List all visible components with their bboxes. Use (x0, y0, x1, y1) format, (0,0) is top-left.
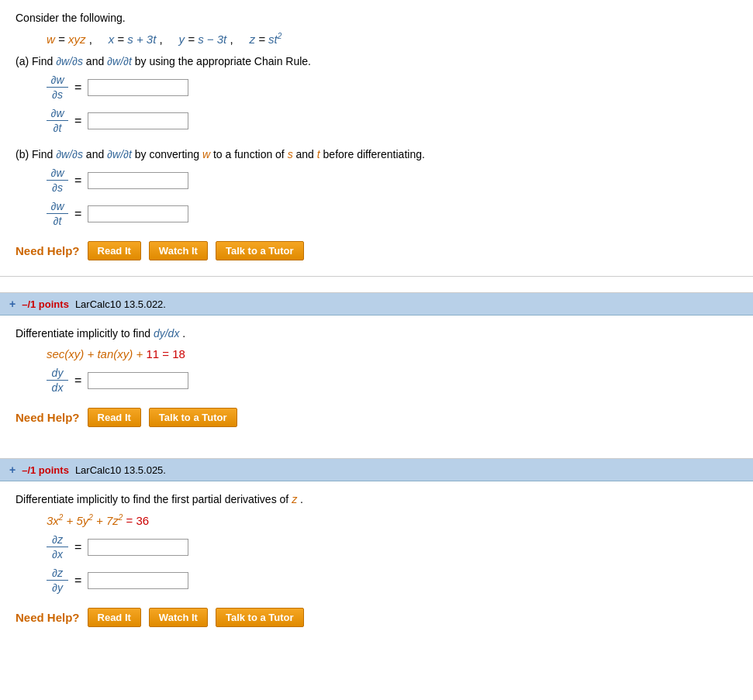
problem3-dzdy-row: ∂z ∂y = (47, 567, 737, 594)
problem3-body: Differentiate implicitly to find the fir… (0, 481, 753, 643)
problem3-header: + –/1 points LarCalc10 13.5.025. (0, 459, 753, 481)
problem3-need-help: Need Help? Read It Watch It Talk to a Tu… (16, 608, 737, 627)
frac-dwt-b-den: ∂t (47, 214, 68, 227)
eq2-sec: sec(xy) + tan(xy) + (47, 347, 146, 360)
problem1-read-btn[interactable]: Read It (88, 241, 141, 260)
eq3-36: 36 (136, 514, 150, 527)
problem3-equation: 3x2 + 5y2 + 7z2 = 36 (47, 513, 737, 527)
parta-dws-input[interactable] (88, 79, 188, 96)
frac-dws-b: ∂w ∂s (47, 167, 68, 194)
partb-dwt: ∂w/∂t (107, 148, 132, 160)
problem3-intro-pre: Differentiate implicitly to find the fir… (16, 493, 292, 505)
eq2-11: 11 (146, 347, 159, 360)
problem2-dydx-label: dy/dx (154, 327, 179, 340)
problem3-watch-btn[interactable]: Watch It (149, 608, 208, 627)
frac-dwt-b: ∂w ∂t (47, 200, 68, 227)
problem3-read-btn[interactable]: Read It (88, 608, 141, 627)
partb-w: w (202, 148, 210, 160)
eq3-x2: 2 (59, 513, 64, 522)
problem1-tutor-btn[interactable]: Talk to a Tutor (216, 241, 304, 260)
eq-y: y (179, 33, 185, 46)
parta-dws: ∂w/∂s (56, 55, 83, 67)
frac-dzdx-den: ∂x (47, 547, 68, 560)
partb-to: to a function of (213, 148, 288, 160)
partb-prefix: (b) Find (16, 148, 56, 160)
eq-xyz: xyz (68, 33, 86, 46)
problem3-intro: Differentiate implicitly to find the fir… (16, 493, 737, 505)
parta-dws-row: ∂w ∂s = (47, 74, 737, 101)
frac-dws-num: ∂w (47, 74, 68, 88)
partb-and2: and (296, 148, 317, 160)
frac-dydx-num: dy (47, 367, 68, 381)
partb-mid: by converting (135, 148, 202, 160)
problem1-section: Consider the following. w = xyz , x = s … (0, 0, 753, 276)
equals-dzdx: = (74, 540, 81, 554)
problem2-points: –/1 points (22, 298, 69, 310)
partb-s: s (288, 148, 293, 160)
frac-dzdx-num: ∂z (47, 533, 68, 547)
problem2-header: + –/1 points LarCalc10 13.5.022. (0, 293, 753, 316)
problem2-need-help-label: Need Help? (16, 411, 80, 424)
parta-prefix: (a) Find (16, 55, 56, 67)
frac-dzdx: ∂z ∂x (47, 533, 68, 560)
partb-suffix: before differentiating. (323, 148, 425, 160)
problem1-equations: w = xyz , x = s + 3t , y = s − 3t , z = … (47, 32, 737, 46)
partb-dwt-input[interactable] (88, 205, 188, 222)
problem1-parta-label: (a) Find ∂w/∂s and ∂w/∂t by using the ap… (16, 55, 737, 67)
problem3-plus-icon: + (9, 464, 16, 476)
frac-dwt: ∂w ∂t (47, 107, 68, 134)
problem2-body: Differentiate implicitly to find dy/dx .… (0, 316, 753, 443)
partb-dws-input[interactable] (88, 172, 188, 189)
problem2-plus-icon: + (9, 298, 16, 310)
eq2-equals: = (162, 347, 172, 360)
problem3-need-help-label: Need Help? (16, 611, 80, 624)
problem2-intro: Differentiate implicitly to find dy/dx . (16, 327, 737, 340)
problem3-points: –/1 points (22, 464, 69, 476)
parta-suffix: by using the appropriate Chain Rule. (135, 55, 311, 67)
eq-comma2: , (160, 33, 176, 46)
eq2-18: 18 (172, 347, 185, 360)
frac-dzdy-den: ∂y (47, 581, 68, 594)
eq-yval: s − 3t (198, 33, 226, 46)
eq-xval: s + 3t (127, 33, 156, 46)
parta-dwt-input[interactable] (88, 112, 188, 129)
parta-dwt-row: ∂w ∂t = (47, 107, 737, 134)
problem2-id: LarCalc10 13.5.022. (75, 298, 166, 310)
partb-t: t (317, 148, 320, 160)
problem3-dzdy-input[interactable] (88, 572, 188, 589)
eq-comma3: , (230, 33, 246, 46)
problem3-dzdx-row: ∂z ∂x = (47, 533, 737, 560)
spacer1 (0, 277, 753, 292)
frac-dzdy-num: ∂z (47, 567, 68, 581)
partb-dwt-row: ∂w ∂t = (47, 200, 737, 227)
problem1-need-help-label: Need Help? (16, 244, 80, 257)
equals-partb-t: = (74, 207, 81, 221)
eq-z-exp: 2 (278, 32, 282, 40)
problem1-watch-btn[interactable]: Watch It (149, 241, 208, 260)
equals-parta-s: = (74, 81, 81, 95)
problem3-dzdx-input[interactable] (88, 539, 188, 556)
problem1-intro: Consider the following. (16, 12, 737, 24)
frac-dwt-b-num: ∂w (47, 200, 68, 214)
frac-dydx-den: dx (47, 381, 68, 394)
problem2-dydx-input[interactable] (88, 372, 188, 389)
problem3-tutor-btn[interactable]: Talk to a Tutor (216, 608, 304, 627)
eq3-equals: = (126, 514, 136, 527)
problem2-equation: sec(xy) + tan(xy) + 11 = 18 (47, 347, 737, 360)
eq-equals2: = (117, 33, 127, 46)
eq-zval: st (268, 33, 278, 46)
equals-dydx: = (74, 374, 81, 388)
eq-x: x (109, 33, 115, 46)
problem2-read-btn[interactable]: Read It (88, 408, 141, 427)
eq-equals1: = (58, 33, 68, 46)
frac-dwt-num: ∂w (47, 107, 68, 121)
problem2-tutor-btn[interactable]: Talk to a Tutor (149, 408, 237, 427)
eq-comma1: , (89, 33, 105, 46)
eq3-y2: 2 (88, 513, 93, 522)
frac-dydx: dy dx (47, 367, 68, 394)
eq-equals4: = (258, 33, 268, 46)
eq3-expr: 3x2 + 5y2 + 7z2 (47, 514, 123, 527)
problem2-dydx-row: dy dx = (47, 367, 737, 394)
parta-dwt: ∂w/∂t (107, 55, 132, 67)
equals-partb-s: = (74, 174, 81, 188)
